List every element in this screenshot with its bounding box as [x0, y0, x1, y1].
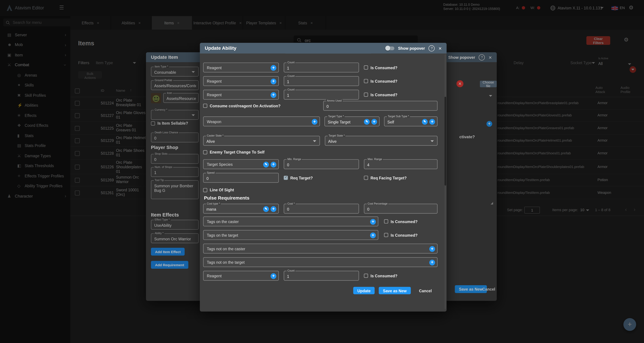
max-range-field[interactable]: Max. Range 4 — [364, 159, 438, 169]
tags-on-caster-select[interactable]: Tags on the caster + — [203, 216, 378, 226]
species-range-row: Target Species ✎ + Min. Range 0 Max. Ran… — [203, 159, 438, 169]
cancel-button[interactable]: Cancel — [415, 287, 436, 294]
cost-field[interactable]: Cost * 0 — [284, 204, 359, 214]
add-reagent-button[interactable]: + — [270, 273, 276, 279]
field-value: 1 — [287, 93, 289, 97]
field-value: 1 — [287, 274, 289, 278]
add-tag-button[interactable]: + — [429, 246, 435, 252]
cost-type-field[interactable]: Cost type * mana ✎ + — [203, 204, 279, 214]
help-icon[interactable]: ? — [429, 45, 435, 51]
field-label: Target State * — [328, 134, 346, 137]
tags-on-caster-row: Tags on the caster + Is Consumed? — [203, 216, 438, 226]
add-tag-button[interactable]: + — [429, 259, 435, 265]
save-as-new-button[interactable]: Save as New — [379, 287, 411, 294]
checkbox-label: Is Consumed? — [391, 219, 418, 224]
cost-percentage-field[interactable]: Cost Percentage 0 — [364, 204, 438, 214]
add-reagent-button[interactable]: + — [270, 65, 276, 71]
add-target-sub-type-button[interactable]: + — [429, 119, 435, 125]
add-weapon-button[interactable]: + — [312, 119, 318, 125]
is-consumed-checkbox[interactable]: Is Consumed? — [364, 273, 438, 278]
field-value: 0 — [206, 176, 208, 180]
checkbox[interactable] — [364, 66, 368, 70]
reagent-row: Reagent + Count 1 Is Consumed? — [203, 76, 438, 86]
checkbox[interactable] — [364, 93, 368, 97]
count-field[interactable]: Count 1 — [284, 271, 359, 281]
field-label: Ammo Used — [326, 99, 342, 102]
field-value: 0 — [326, 104, 329, 109]
reagent-select[interactable]: Reagent + — [203, 76, 279, 86]
add-tag-button[interactable]: + — [370, 219, 376, 224]
line-of-sight-checkbox[interactable]: Line Of Sight — [203, 187, 438, 193]
checkbox[interactable] — [203, 150, 207, 154]
enemy-target-change-checkbox[interactable]: Enemy Target Change To Self — [203, 149, 438, 155]
tags-not-on-target-select[interactable]: Tags not on the target + — [203, 257, 438, 267]
select-placeholder: Tags not on the caster — [207, 247, 245, 251]
field-label: Cost Percentage — [367, 202, 388, 205]
field-value: 0 — [367, 207, 370, 211]
field-value: Single Target — [328, 120, 350, 124]
edit-cost-type-button[interactable]: ✎ — [263, 206, 269, 212]
req-facing-target-checkbox[interactable]: Req Facing Target? — [364, 176, 438, 180]
field-value: 1 — [287, 66, 289, 70]
checkbox[interactable] — [203, 188, 207, 192]
field-label: Target Type * — [327, 115, 344, 118]
edit-target-species-button[interactable]: ✎ — [263, 162, 269, 167]
tags-not-on-caster-select[interactable]: Tags not on the caster + — [203, 244, 438, 253]
weapon-select[interactable]: Weapon + — [203, 116, 320, 126]
close-icon[interactable]: × — [438, 46, 442, 51]
ammo-used-field[interactable]: Ammo Used 0 — [323, 101, 438, 111]
add-target-type-button[interactable]: + — [371, 119, 377, 125]
min-range-field[interactable]: Min. Range 0 — [284, 159, 359, 169]
caster-state-select[interactable]: Caster State * Alive — [203, 136, 320, 146]
consume-on-activation-checkbox[interactable]: Consume cost/reagent On Activation? — [203, 104, 318, 108]
update-button[interactable]: Update — [353, 287, 375, 294]
is-consumed-checkbox[interactable]: Is Consumed? — [364, 79, 438, 83]
is-consumed-checkbox[interactable]: Is Consumed? — [364, 65, 438, 70]
edit-target-type-button[interactable]: ✎ — [364, 119, 370, 125]
edit-target-sub-type-button[interactable]: ✎ — [422, 119, 428, 125]
checkbox-checked[interactable] — [284, 176, 288, 180]
checkbox[interactable] — [203, 104, 207, 108]
field-label: Count — [287, 88, 296, 91]
add-cost-type-button[interactable]: + — [270, 206, 276, 212]
checkbox[interactable] — [364, 176, 368, 180]
add-tag-button[interactable]: + — [370, 232, 376, 238]
reagent-select[interactable]: Reagent + — [203, 271, 279, 281]
field-label: Cost * — [287, 202, 296, 205]
count-field[interactable]: Count 1 — [284, 76, 359, 86]
tags-on-target-select[interactable]: Tags on the target + — [203, 230, 378, 240]
add-target-species-button[interactable]: + — [270, 162, 276, 167]
count-field[interactable]: Count 1 — [284, 63, 359, 72]
field-value: Alive — [328, 139, 336, 143]
tags-on-target-row: Tags on the target + Is Consumed? — [203, 230, 438, 240]
reagent-select[interactable]: Reagent + — [203, 90, 279, 100]
scrollbar-thumb[interactable] — [444, 97, 446, 186]
checkbox[interactable] — [364, 274, 368, 278]
tags-not-on-caster-row: Tags not on the caster + — [203, 244, 438, 253]
checkbox[interactable] — [384, 219, 388, 224]
target-type-field[interactable]: Target Type * Single Target ✎ + — [324, 116, 380, 126]
target-sub-type-field[interactable]: Target Sub Type * Self ✎ + — [384, 116, 438, 126]
checkbox[interactable] — [384, 233, 388, 237]
chevron-down-icon — [430, 140, 434, 142]
reagent-select[interactable]: Reagent + — [203, 63, 279, 72]
checkbox-label: Req Facing Target? — [370, 176, 407, 180]
is-consumed-checkbox[interactable]: Is Consumed? — [384, 233, 438, 237]
scrollbar-track[interactable] — [444, 54, 446, 309]
show-popover-toggle[interactable] — [386, 46, 394, 50]
field-value: 1 — [287, 79, 289, 84]
count-field[interactable]: Count 1 — [284, 90, 359, 100]
select-placeholder: Tags not on the target — [207, 260, 244, 264]
target-state-select[interactable]: Target State * Alive — [325, 136, 438, 146]
target-species-select[interactable]: Target Species ✎ + — [203, 159, 279, 169]
add-reagent-button[interactable]: + — [270, 79, 276, 84]
is-consumed-checkbox[interactable]: Is Consumed? — [364, 92, 438, 97]
is-consumed-checkbox[interactable]: Is Consumed? — [384, 219, 438, 224]
req-target-checkbox[interactable]: Req Target? — [284, 176, 359, 180]
cost-row: Cost type * mana ✎ + Cost * 0 Cost Perce… — [203, 204, 438, 214]
speed-field[interactable]: Speed 0 — [203, 173, 279, 183]
add-reagent-button[interactable]: + — [270, 92, 276, 98]
screen: Atavism Editor ☰ Database: 10.11.0 Demo … — [0, 0, 644, 343]
checkbox[interactable] — [364, 79, 368, 83]
field-value: Self — [387, 120, 394, 124]
